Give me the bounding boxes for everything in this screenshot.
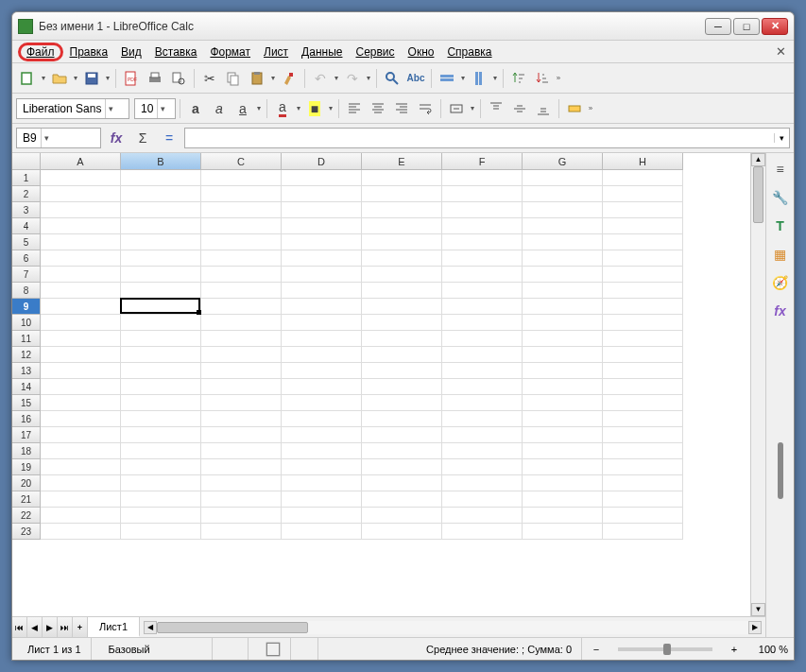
cell[interactable] xyxy=(603,475,683,491)
sidebar-handle[interactable] xyxy=(778,442,783,499)
cell[interactable] xyxy=(201,202,282,218)
next-sheet-icon[interactable]: ▶ xyxy=(43,617,58,637)
cell[interactable] xyxy=(121,363,201,379)
cell[interactable] xyxy=(523,186,603,202)
print-icon[interactable] xyxy=(144,67,166,90)
cell[interactable] xyxy=(282,331,362,347)
cell[interactable] xyxy=(603,186,683,202)
row-header[interactable]: 10 xyxy=(12,315,41,331)
column-header[interactable]: E xyxy=(362,153,442,170)
cell[interactable] xyxy=(362,379,442,395)
align-top-icon[interactable] xyxy=(485,97,507,120)
cell[interactable] xyxy=(603,508,683,524)
status-summary[interactable]: Среднее значение: ; Сумма: 0 xyxy=(417,638,582,660)
cell[interactable] xyxy=(442,491,523,508)
close-button[interactable]: ✕ xyxy=(762,18,788,35)
font-color-dropdown[interactable]: ▾ xyxy=(295,104,302,112)
cell[interactable] xyxy=(121,379,201,395)
cell[interactable] xyxy=(362,250,442,267)
cell[interactable] xyxy=(282,250,362,267)
status-style[interactable]: Базовый xyxy=(99,638,213,660)
cell[interactable] xyxy=(442,411,523,427)
cell[interactable] xyxy=(41,363,121,379)
cell[interactable] xyxy=(603,459,683,475)
cell[interactable] xyxy=(442,234,523,250)
find-replace-icon[interactable] xyxy=(381,67,403,90)
cell[interactable] xyxy=(362,508,442,524)
cell[interactable] xyxy=(442,379,523,395)
cell[interactable] xyxy=(41,411,121,427)
cell[interactable] xyxy=(121,234,201,250)
cell[interactable] xyxy=(201,299,282,315)
cell[interactable] xyxy=(121,347,201,363)
cell[interactable] xyxy=(603,299,683,315)
cell[interactable] xyxy=(603,218,683,234)
cell[interactable] xyxy=(362,315,442,331)
new-doc-dropdown[interactable]: ▾ xyxy=(40,74,47,82)
cell[interactable] xyxy=(523,347,603,363)
highlight-dropdown[interactable]: ▾ xyxy=(327,104,334,112)
prev-sheet-icon[interactable]: ◀ xyxy=(27,617,43,637)
row-header[interactable]: 19 xyxy=(12,459,41,475)
menu-tools[interactable]: Сервис xyxy=(349,43,401,60)
cell[interactable] xyxy=(201,524,282,540)
cell[interactable] xyxy=(41,202,121,218)
save-icon[interactable] xyxy=(80,67,103,90)
row-header[interactable]: 9 xyxy=(12,299,41,315)
navigator-icon[interactable]: 🧭 xyxy=(770,272,791,293)
cell[interactable] xyxy=(282,427,362,443)
chevron-down-icon[interactable]: ▾ xyxy=(157,99,168,118)
cell[interactable] xyxy=(362,202,442,218)
row-header[interactable]: 5 xyxy=(12,234,41,250)
cell[interactable] xyxy=(41,234,121,250)
cell[interactable] xyxy=(41,299,121,315)
column-header[interactable]: D xyxy=(282,153,362,170)
cell[interactable] xyxy=(442,443,523,459)
cell[interactable] xyxy=(41,443,121,459)
more-format-dropdown[interactable]: » xyxy=(587,104,594,112)
row-header[interactable]: 17 xyxy=(12,427,41,443)
cell[interactable] xyxy=(362,299,442,315)
cell[interactable] xyxy=(603,315,683,331)
undo-icon[interactable]: ↶ xyxy=(309,67,332,90)
cell[interactable] xyxy=(121,524,201,540)
cell[interactable] xyxy=(603,347,683,363)
scroll-down-icon[interactable]: ▼ xyxy=(751,603,765,616)
document-close-icon[interactable]: ✕ xyxy=(776,44,786,59)
cell[interactable] xyxy=(41,491,121,508)
cell[interactable] xyxy=(41,331,121,347)
status-modified[interactable] xyxy=(299,638,318,660)
cell[interactable] xyxy=(362,395,442,411)
cell[interactable] xyxy=(362,363,442,379)
row-header[interactable]: 23 xyxy=(12,524,41,540)
cell[interactable] xyxy=(121,475,201,491)
row-header[interactable]: 11 xyxy=(12,331,41,347)
cell[interactable] xyxy=(41,524,121,540)
horizontal-scrollbar[interactable]: ◀ ▶ xyxy=(144,621,762,634)
menu-window[interactable]: Окно xyxy=(402,43,441,60)
cell[interactable] xyxy=(121,411,201,427)
cell[interactable] xyxy=(282,267,362,283)
cell[interactable] xyxy=(201,186,282,202)
cell[interactable] xyxy=(523,170,603,186)
gallery-icon[interactable]: ▦ xyxy=(770,244,791,265)
format-paintbrush-icon[interactable] xyxy=(278,67,300,90)
cell[interactable] xyxy=(442,524,523,540)
cell[interactable] xyxy=(523,443,603,459)
row-header[interactable]: 3 xyxy=(12,202,41,218)
sort-asc-icon[interactable] xyxy=(507,67,530,90)
cell[interactable] xyxy=(442,331,523,347)
sheet-tab[interactable]: Лист1 xyxy=(88,617,140,637)
cell[interactable] xyxy=(603,379,683,395)
cell[interactable] xyxy=(282,186,362,202)
row-header[interactable]: 6 xyxy=(12,250,41,267)
cell[interactable] xyxy=(201,475,282,491)
row-header[interactable]: 16 xyxy=(12,411,41,427)
cell[interactable] xyxy=(121,443,201,459)
cell[interactable] xyxy=(523,395,603,411)
cell[interactable] xyxy=(121,299,201,315)
row-header[interactable]: 12 xyxy=(12,347,41,363)
cell[interactable] xyxy=(41,267,121,283)
row-header[interactable]: 20 xyxy=(12,475,41,491)
functions-icon[interactable]: fx xyxy=(770,301,791,321)
